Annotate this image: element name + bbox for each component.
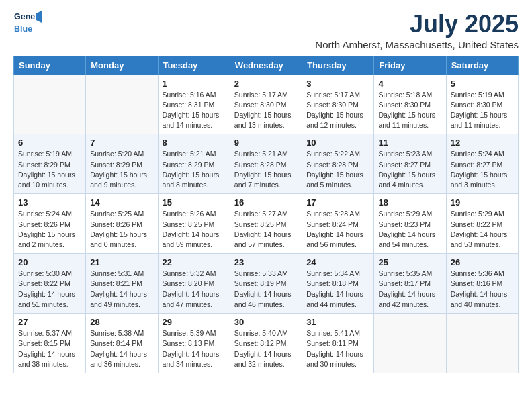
day-cell bbox=[14, 75, 86, 134]
day-number: 29 bbox=[163, 317, 226, 327]
day-number: 1 bbox=[163, 79, 226, 89]
day-info: Sunrise: 5:40 AMSunset: 8:12 PMDaylight:… bbox=[234, 328, 298, 369]
calendar: SundayMondayTuesdayWednesdayThursdayFrid… bbox=[13, 56, 519, 373]
day-cell bbox=[86, 75, 158, 134]
day-cell: 23Sunrise: 5:33 AMSunset: 8:19 PMDayligh… bbox=[230, 254, 302, 314]
day-info: Sunrise: 5:18 AMSunset: 8:30 PMDaylight:… bbox=[378, 90, 441, 131]
day-cell: 2Sunrise: 5:17 AMSunset: 8:30 PMDaylight… bbox=[230, 75, 302, 134]
day-number: 17 bbox=[306, 197, 369, 208]
day-cell: 3Sunrise: 5:17 AMSunset: 8:30 PMDaylight… bbox=[302, 75, 374, 134]
day-number: 13 bbox=[18, 197, 81, 208]
day-cell: 17Sunrise: 5:28 AMSunset: 8:24 PMDayligh… bbox=[302, 194, 374, 254]
day-number: 18 bbox=[378, 197, 441, 208]
weekday-header-thursday: Thursday bbox=[302, 56, 374, 75]
day-number: 3 bbox=[306, 79, 369, 89]
day-info: Sunrise: 5:23 AMSunset: 8:27 PMDaylight:… bbox=[378, 149, 441, 190]
day-number: 22 bbox=[163, 257, 226, 267]
logo-container: General Blue bbox=[13, 11, 42, 35]
day-info: Sunrise: 5:29 AMSunset: 8:22 PMDaylight:… bbox=[451, 209, 514, 250]
day-number: 15 bbox=[163, 197, 226, 208]
day-info: Sunrise: 5:20 AMSunset: 8:29 PMDaylight:… bbox=[90, 149, 153, 190]
day-cell: 13Sunrise: 5:24 AMSunset: 8:26 PMDayligh… bbox=[14, 194, 86, 254]
day-cell: 21Sunrise: 5:31 AMSunset: 8:21 PMDayligh… bbox=[86, 254, 158, 314]
day-number: 7 bbox=[90, 138, 153, 148]
weekday-header-monday: Monday bbox=[86, 56, 158, 75]
day-cell: 9Sunrise: 5:21 AMSunset: 8:28 PMDaylight… bbox=[230, 134, 302, 194]
day-info: Sunrise: 5:38 AMSunset: 8:14 PMDaylight:… bbox=[90, 328, 153, 369]
day-number: 26 bbox=[451, 257, 514, 267]
day-cell: 12Sunrise: 5:24 AMSunset: 8:27 PMDayligh… bbox=[446, 134, 518, 194]
day-number: 21 bbox=[90, 257, 153, 267]
day-info: Sunrise: 5:30 AMSunset: 8:22 PMDaylight:… bbox=[18, 269, 81, 310]
day-info: Sunrise: 5:17 AMSunset: 8:30 PMDaylight:… bbox=[306, 90, 369, 131]
day-number: 9 bbox=[234, 138, 298, 148]
week-row-4: 20Sunrise: 5:30 AMSunset: 8:22 PMDayligh… bbox=[14, 254, 519, 314]
day-cell: 15Sunrise: 5:26 AMSunset: 8:25 PMDayligh… bbox=[158, 194, 230, 254]
day-info: Sunrise: 5:31 AMSunset: 8:21 PMDaylight:… bbox=[90, 269, 153, 310]
day-info: Sunrise: 5:25 AMSunset: 8:26 PMDaylight:… bbox=[90, 209, 153, 250]
weekday-header-row: SundayMondayTuesdayWednesdayThursdayFrid… bbox=[14, 56, 519, 75]
day-number: 12 bbox=[451, 138, 514, 148]
day-info: Sunrise: 5:19 AMSunset: 8:30 PMDaylight:… bbox=[451, 90, 514, 131]
day-info: Sunrise: 5:39 AMSunset: 8:13 PMDaylight:… bbox=[163, 328, 226, 369]
day-number: 30 bbox=[234, 317, 298, 327]
day-info: Sunrise: 5:21 AMSunset: 8:29 PMDaylight:… bbox=[163, 149, 226, 190]
day-info: Sunrise: 5:37 AMSunset: 8:15 PMDaylight:… bbox=[18, 328, 81, 369]
day-info: Sunrise: 5:21 AMSunset: 8:28 PMDaylight:… bbox=[234, 149, 298, 190]
day-cell: 7Sunrise: 5:20 AMSunset: 8:29 PMDaylight… bbox=[86, 134, 158, 194]
day-cell: 16Sunrise: 5:27 AMSunset: 8:25 PMDayligh… bbox=[230, 194, 302, 254]
week-row-3: 13Sunrise: 5:24 AMSunset: 8:26 PMDayligh… bbox=[14, 194, 519, 254]
day-cell: 31Sunrise: 5:41 AMSunset: 8:11 PMDayligh… bbox=[302, 314, 374, 373]
week-row-5: 27Sunrise: 5:37 AMSunset: 8:15 PMDayligh… bbox=[14, 314, 519, 373]
day-cell bbox=[374, 314, 446, 373]
day-number: 16 bbox=[234, 197, 298, 208]
day-info: Sunrise: 5:29 AMSunset: 8:23 PMDaylight:… bbox=[378, 209, 441, 250]
day-number: 28 bbox=[90, 317, 153, 327]
day-number: 5 bbox=[451, 79, 514, 89]
day-number: 10 bbox=[306, 138, 369, 148]
day-info: Sunrise: 5:36 AMSunset: 8:16 PMDaylight:… bbox=[451, 269, 514, 310]
location: North Amherst, Massachusetts, United Sta… bbox=[315, 39, 519, 50]
day-number: 23 bbox=[234, 257, 298, 267]
day-cell: 29Sunrise: 5:39 AMSunset: 8:13 PMDayligh… bbox=[158, 314, 230, 373]
week-row-2: 6Sunrise: 5:19 AMSunset: 8:29 PMDaylight… bbox=[14, 134, 519, 194]
day-cell: 30Sunrise: 5:40 AMSunset: 8:12 PMDayligh… bbox=[230, 314, 302, 373]
day-number: 8 bbox=[163, 138, 226, 148]
day-cell: 27Sunrise: 5:37 AMSunset: 8:15 PMDayligh… bbox=[14, 314, 86, 373]
weekday-header-wednesday: Wednesday bbox=[230, 56, 302, 75]
day-cell: 22Sunrise: 5:32 AMSunset: 8:20 PMDayligh… bbox=[158, 254, 230, 314]
day-cell: 6Sunrise: 5:19 AMSunset: 8:29 PMDaylight… bbox=[14, 134, 86, 194]
page-header: General Blue July 2025 North Amherst, Ma… bbox=[13, 11, 519, 50]
day-number: 11 bbox=[378, 138, 441, 148]
logo: General Blue bbox=[13, 11, 42, 35]
day-cell: 8Sunrise: 5:21 AMSunset: 8:29 PMDaylight… bbox=[158, 134, 230, 194]
svg-text:Blue: Blue bbox=[14, 24, 32, 34]
day-info: Sunrise: 5:34 AMSunset: 8:18 PMDaylight:… bbox=[306, 269, 369, 310]
day-cell: 14Sunrise: 5:25 AMSunset: 8:26 PMDayligh… bbox=[86, 194, 158, 254]
month-title: July 2025 bbox=[315, 11, 519, 38]
title-block: July 2025 North Amherst, Massachusetts, … bbox=[315, 11, 519, 50]
weekday-header-friday: Friday bbox=[374, 56, 446, 75]
day-info: Sunrise: 5:28 AMSunset: 8:24 PMDaylight:… bbox=[306, 209, 369, 250]
day-cell: 24Sunrise: 5:34 AMSunset: 8:18 PMDayligh… bbox=[302, 254, 374, 314]
day-number: 19 bbox=[451, 197, 514, 208]
weekday-header-tuesday: Tuesday bbox=[158, 56, 230, 75]
day-cell: 4Sunrise: 5:18 AMSunset: 8:30 PMDaylight… bbox=[374, 75, 446, 134]
day-number: 31 bbox=[306, 317, 369, 327]
day-number: 2 bbox=[234, 79, 298, 89]
day-cell: 11Sunrise: 5:23 AMSunset: 8:27 PMDayligh… bbox=[374, 134, 446, 194]
day-info: Sunrise: 5:19 AMSunset: 8:29 PMDaylight:… bbox=[18, 149, 81, 190]
day-info: Sunrise: 5:24 AMSunset: 8:26 PMDaylight:… bbox=[18, 209, 81, 250]
weekday-header-saturday: Saturday bbox=[446, 56, 518, 75]
day-cell bbox=[446, 314, 518, 373]
day-cell: 19Sunrise: 5:29 AMSunset: 8:22 PMDayligh… bbox=[446, 194, 518, 254]
day-info: Sunrise: 5:22 AMSunset: 8:28 PMDaylight:… bbox=[306, 149, 369, 190]
day-info: Sunrise: 5:24 AMSunset: 8:27 PMDaylight:… bbox=[451, 149, 514, 190]
logo-graphic: General Blue bbox=[13, 11, 42, 35]
day-cell: 5Sunrise: 5:19 AMSunset: 8:30 PMDaylight… bbox=[446, 75, 518, 134]
day-number: 20 bbox=[18, 257, 81, 267]
day-cell: 28Sunrise: 5:38 AMSunset: 8:14 PMDayligh… bbox=[86, 314, 158, 373]
day-cell: 20Sunrise: 5:30 AMSunset: 8:22 PMDayligh… bbox=[14, 254, 86, 314]
day-info: Sunrise: 5:16 AMSunset: 8:31 PMDaylight:… bbox=[163, 90, 226, 131]
weekday-header-sunday: Sunday bbox=[14, 56, 86, 75]
